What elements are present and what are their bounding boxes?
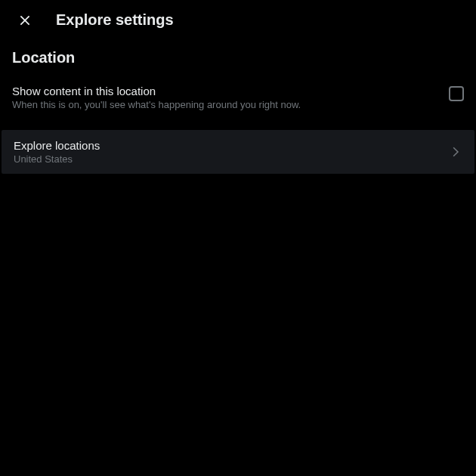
setting-label: Show content in this location (12, 85, 437, 97)
setting-show-content-location: Show content in this location When this … (0, 76, 476, 121)
nav-sublabel: United States (14, 153, 449, 165)
setting-text: Show content in this location When this … (12, 85, 437, 112)
chevron-right-icon (449, 145, 462, 159)
section-title-location: Location (0, 40, 476, 76)
nav-text: Explore locations United States (14, 139, 449, 165)
checkbox-show-content-location[interactable] (449, 86, 464, 101)
nav-label: Explore locations (14, 139, 449, 152)
close-button[interactable] (12, 8, 38, 33)
setting-description: When this is on, you'll see what's happe… (12, 99, 437, 112)
nav-explore-locations[interactable]: Explore locations United States (2, 130, 474, 174)
page-title: Explore settings (56, 11, 174, 29)
close-icon (17, 13, 32, 28)
header: Explore settings (0, 0, 476, 40)
